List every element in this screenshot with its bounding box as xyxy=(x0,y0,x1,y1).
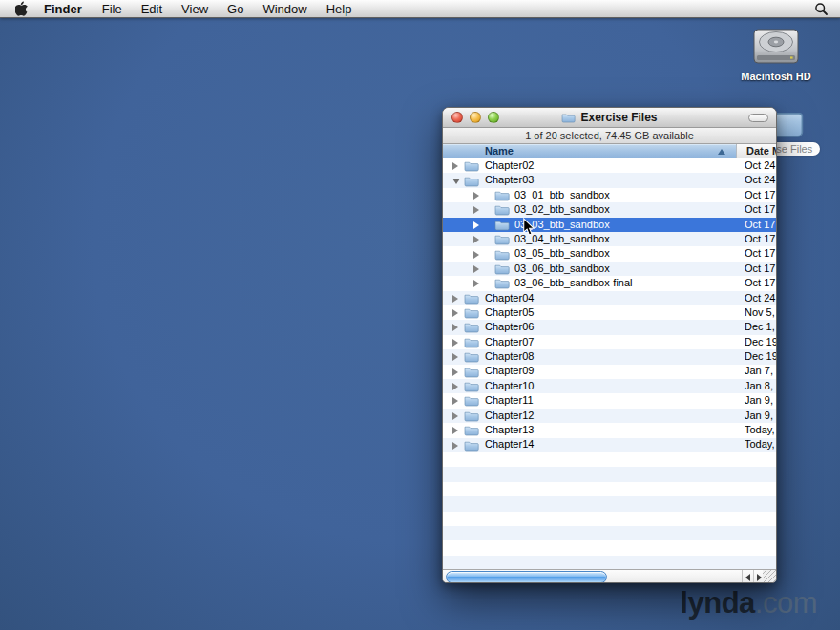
disclosure-triangle-icon[interactable] xyxy=(473,221,479,229)
disclosure-triangle-icon[interactable] xyxy=(452,295,458,303)
scroll-left-button[interactable] xyxy=(743,570,753,583)
watermark-brand: lynda xyxy=(680,586,754,620)
table-row[interactable]: Chapter04 Oct 24 xyxy=(443,291,776,305)
disclosure-triangle-icon[interactable] xyxy=(452,427,458,434)
file-name: Chapter02 xyxy=(485,158,534,173)
left-arrow-icon xyxy=(746,574,750,581)
file-date-modified: Oct 17 xyxy=(745,262,775,276)
file-date-modified: Oct 24 xyxy=(745,158,775,173)
toolbar-toggle-pill-button[interactable] xyxy=(748,114,768,122)
table-row[interactable]: Chapter14 Today, xyxy=(443,437,776,452)
folder-icon xyxy=(464,175,479,187)
table-row[interactable]: Chapter13 Today, xyxy=(443,423,776,437)
disclosure-triangle-icon[interactable] xyxy=(473,236,479,243)
menu-item-finder[interactable]: Finder xyxy=(33,2,93,16)
disclosure-triangle-icon[interactable] xyxy=(452,442,458,450)
menu-item-window[interactable]: Window xyxy=(253,2,316,16)
disclosure-triangle-icon[interactable] xyxy=(473,280,479,287)
disclosure-triangle-icon[interactable] xyxy=(473,192,479,200)
disclosure-triangle-icon[interactable] xyxy=(452,178,460,184)
disclosure-triangle-icon[interactable] xyxy=(452,353,458,361)
minimize-button[interactable] xyxy=(470,112,481,123)
file-name: Chapter08 xyxy=(485,349,534,364)
folder-icon xyxy=(464,424,479,436)
apple-logo-icon xyxy=(15,1,28,16)
table-row[interactable]: Chapter06 Dec 1, xyxy=(443,320,776,334)
table-row[interactable]: 03_03_btb_sandbox Oct 17 xyxy=(443,218,776,232)
apple-menu[interactable] xyxy=(15,1,28,16)
folder-icon xyxy=(494,219,510,231)
file-name: Chapter12 xyxy=(485,409,534,423)
file-name: Chapter06 xyxy=(485,320,534,334)
folder-icon xyxy=(561,112,576,123)
zoom-button[interactable] xyxy=(488,112,499,123)
disclosure-triangle-icon[interactable] xyxy=(473,265,479,273)
file-date-modified: Today, xyxy=(745,423,775,437)
table-row[interactable]: 03_02_btb_sandbox Oct 17 xyxy=(443,202,776,217)
table-row[interactable]: 03_05_btb_sandbox Oct 17 xyxy=(443,246,776,261)
menu-item-file[interactable]: File xyxy=(93,2,132,16)
disclosure-triangle-icon[interactable] xyxy=(452,339,458,346)
spotlight-menu[interactable] xyxy=(814,2,829,20)
disclosure-triangle-icon[interactable] xyxy=(473,251,479,259)
file-name: Chapter07 xyxy=(485,335,534,349)
table-row[interactable]: Chapter07 Dec 19 xyxy=(443,335,776,349)
file-date-modified: Dec 19 xyxy=(745,335,777,349)
folder-icon xyxy=(464,439,479,452)
file-date-modified: Oct 17 xyxy=(745,188,775,202)
disclosure-triangle-icon[interactable] xyxy=(452,412,458,420)
folder-icon xyxy=(494,277,510,289)
table-row[interactable]: Chapter08 Dec 19 xyxy=(443,349,776,364)
disclosure-triangle-icon[interactable] xyxy=(452,383,458,390)
file-name: 03_05_btb_sandbox xyxy=(514,246,610,261)
table-row[interactable]: Chapter02 Oct 24 xyxy=(443,158,776,173)
disclosure-triangle-icon[interactable] xyxy=(452,309,458,317)
table-row[interactable]: 03_01_btb_sandbox Oct 17 xyxy=(443,188,776,202)
file-name: Chapter04 xyxy=(485,291,534,305)
close-button[interactable] xyxy=(452,112,463,123)
folder-icon xyxy=(464,350,479,363)
disclosure-triangle-icon[interactable] xyxy=(452,368,458,376)
table-row[interactable]: 03_04_btb_sandbox Oct 17 xyxy=(443,232,776,246)
file-name: 03_06_btb_sandbox xyxy=(514,262,610,276)
menu-item-help[interactable]: Help xyxy=(317,2,362,16)
table-row[interactable]: Chapter12 Jan 9, 2 xyxy=(443,409,776,423)
watermark-suffix: .com xyxy=(755,586,817,620)
disclosure-triangle-icon[interactable] xyxy=(473,206,479,214)
window-title-bar[interactable]: Exercise Files xyxy=(443,108,776,128)
table-row[interactable]: 03_06_btb_sandbox Oct 17 xyxy=(443,262,776,276)
disclosure-triangle-icon[interactable] xyxy=(452,162,458,170)
menu-item-edit[interactable]: Edit xyxy=(132,2,172,16)
file-date-modified: Oct 17 xyxy=(745,218,775,232)
file-name: Chapter03 xyxy=(485,173,534,187)
file-date-modified: Jan 9, 2 xyxy=(745,393,777,408)
table-row[interactable]: 03_06_btb_sandbox-final Oct 17 xyxy=(443,276,776,290)
menu-item-view[interactable]: View xyxy=(172,2,218,16)
table-row[interactable]: Chapter10 Jan 8, 2 xyxy=(443,379,776,393)
table-row[interactable]: Chapter11 Jan 9, 2 xyxy=(443,393,776,408)
scrollbar-thumb[interactable] xyxy=(446,571,607,583)
table-row[interactable]: Chapter09 Jan 7, 2 xyxy=(443,364,776,378)
file-name: Chapter11 xyxy=(485,393,534,408)
file-date-modified: Oct 24 xyxy=(745,173,775,187)
column-header-date-modified[interactable]: Date Mo xyxy=(736,144,776,158)
file-name: Chapter05 xyxy=(485,305,534,320)
table-row[interactable]: Chapter05 Nov 5, xyxy=(443,305,776,320)
menu-item-go[interactable]: Go xyxy=(218,2,253,16)
menu-bar: FinderFileEditViewGoWindowHelp xyxy=(0,0,840,18)
folder-icon xyxy=(494,262,510,275)
disclosure-triangle-icon[interactable] xyxy=(452,324,458,331)
file-date-modified: Dec 19 xyxy=(745,349,777,364)
column-header-name[interactable]: Name xyxy=(443,144,736,158)
sort-ascending-icon xyxy=(718,149,725,155)
table-row[interactable]: Chapter03 Oct 24 xyxy=(443,173,776,187)
file-list: Chapter02 Oct 24 Chapter03 Oct 24 03_01_… xyxy=(443,158,776,569)
window-resize-grip[interactable] xyxy=(763,570,776,583)
horizontal-scrollbar[interactable] xyxy=(443,569,776,583)
desktop-icon-macintosh-hd[interactable]: Macintosh HD xyxy=(744,25,808,82)
scrollbar-arrows xyxy=(742,570,765,583)
disclosure-triangle-icon[interactable] xyxy=(452,397,458,405)
file-date-modified: Dec 1, xyxy=(745,320,775,334)
folder-icon xyxy=(464,321,479,333)
file-name: Chapter13 xyxy=(485,423,534,437)
